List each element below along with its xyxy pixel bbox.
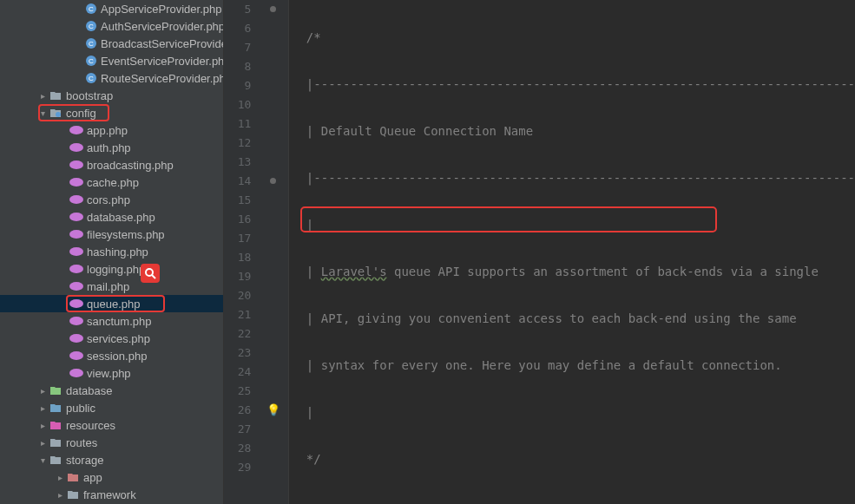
line-number: 25 (224, 382, 252, 401)
code-text: Laravel's (321, 265, 387, 278)
svg-point-24 (69, 351, 83, 360)
svg-point-17 (69, 230, 83, 239)
svg-text:C: C (89, 57, 94, 65)
php-class-icon: C (85, 71, 97, 85)
svg-line-27 (152, 275, 155, 278)
tree-folder-routes[interactable]: ▸routes (0, 434, 223, 451)
tree-folder-database[interactable]: ▸database (0, 382, 223, 399)
tree-file[interactable]: sanctum.php (0, 312, 223, 330)
tree-label: RouteServiceProvider.php (101, 72, 224, 85)
tree-file[interactable]: broadcasting.php (0, 156, 223, 173)
tree-folder-storage[interactable]: ▾storage (0, 451, 223, 468)
tree-file[interactable]: cors.php (0, 191, 223, 208)
line-number: 24 (224, 363, 252, 382)
svg-point-16 (69, 213, 83, 221)
tree-folder-bootstrap[interactable]: ▸bootstrap (0, 87, 223, 104)
code-text: | (306, 405, 313, 419)
tree-label: BroadcastServiceProvider.php (101, 37, 224, 50)
folder-icon (49, 401, 62, 415)
fold-marker-icon[interactable] (270, 178, 276, 184)
code-text: | Default Queue Connection Name (306, 124, 533, 138)
code-text: |---------------------------------------… (306, 77, 855, 91)
chevron-right-icon: ▸ (36, 386, 49, 396)
intention-bulb-icon[interactable]: 💡 (266, 403, 280, 416)
tree-folder-public[interactable]: ▸public (0, 399, 223, 416)
folder-icon (49, 453, 62, 467)
tree-file[interactable]: session.php (0, 347, 223, 364)
line-number: 12 (224, 134, 252, 153)
tree-file[interactable]: CEventServiceProvider.php (0, 52, 223, 69)
svg-point-10 (56, 112, 61, 117)
line-number: 6 (224, 19, 252, 38)
php-file-icon (69, 158, 83, 172)
tree-file[interactable]: queue.php (0, 295, 223, 312)
chevron-right-icon: ▸ (36, 421, 49, 430)
tree-folder-config[interactable]: ▾ config (0, 104, 223, 121)
file-tree-sidebar: CAppServiceProvider.php CAuthServiceProv… (0, 0, 224, 504)
tree-file[interactable]: app.php (0, 121, 223, 139)
magnifier-badge-icon (141, 264, 160, 283)
line-number: 15 (224, 191, 252, 210)
php-class-icon: C (85, 36, 97, 50)
code-text: queue API supports an assortment of back… (387, 265, 819, 278)
line-number: 18 (224, 248, 252, 267)
tree-label: mail.php (87, 280, 129, 293)
tree-label: public (66, 402, 95, 415)
tree-label: session.php (87, 350, 147, 363)
code-content[interactable]: /* |------------------------------------… (289, 0, 855, 504)
folder-icon (49, 88, 62, 102)
tree-label: framework (83, 488, 136, 501)
folder-icon (49, 383, 62, 397)
svg-point-18 (69, 247, 83, 256)
tree-label: app.php (87, 124, 128, 137)
tree-label: resources (66, 419, 115, 432)
chevron-down-icon: ▾ (36, 455, 49, 465)
line-number: 17 (224, 229, 252, 248)
line-number: 29 (224, 458, 252, 477)
tree-file[interactable]: filesystems.php (0, 226, 223, 243)
php-class-icon: C (85, 54, 97, 68)
tree-folder-storage-app[interactable]: ▸app (0, 468, 223, 486)
tree-folder-resources[interactable]: ▸resources (0, 416, 223, 434)
tree-file[interactable]: cache.php (0, 173, 223, 191)
tree-label: AppServiceProvider.php (101, 3, 221, 16)
tree-file[interactable]: CBroadcastServiceProvider.php (0, 35, 223, 52)
tree-label: services.php (87, 332, 150, 345)
line-number: 13 (224, 153, 252, 172)
php-file-icon (69, 175, 83, 189)
chevron-right-icon: ▸ (36, 438, 49, 448)
svg-point-26 (146, 269, 153, 276)
php-file-icon (69, 245, 83, 259)
tree-file[interactable]: logging.php (0, 260, 223, 278)
chevron-right-icon: ▸ (36, 91, 49, 101)
svg-point-25 (69, 369, 83, 377)
tree-label: broadcasting.php (87, 159, 174, 172)
tree-label: database.php (87, 211, 155, 224)
svg-point-22 (69, 317, 83, 325)
tree-label: cors.php (87, 193, 130, 206)
line-number: 10 (224, 95, 252, 115)
fold-marker-icon[interactable] (270, 6, 276, 12)
php-file-icon (69, 123, 83, 137)
php-file-icon (69, 141, 83, 154)
tree-file[interactable]: CAuthServiceProvider.php (0, 17, 223, 35)
tree-file[interactable]: CAppServiceProvider.php (0, 0, 223, 17)
tree-file[interactable]: CRouteServiceProvider.php (0, 69, 223, 87)
tree-file[interactable]: mail.php (0, 278, 223, 295)
tree-file[interactable]: auth.php (0, 139, 223, 156)
tree-label: hashing.php (87, 245, 148, 259)
svg-point-14 (69, 178, 83, 187)
line-number: 7 (224, 38, 252, 57)
line-number: 19 (224, 267, 252, 286)
code-editor[interactable]: 5678910111213141516171819202122232425262… (224, 0, 855, 504)
tree-file[interactable]: services.php (0, 330, 223, 347)
tree-file[interactable]: database.php (0, 208, 223, 226)
code-text: | (306, 218, 313, 232)
chevron-down-icon: ▾ (36, 108, 49, 118)
tree-label: database (66, 384, 113, 397)
tree-label: bootstrap (66, 89, 113, 102)
tree-file[interactable]: hashing.php (0, 243, 223, 260)
line-number: 20 (224, 286, 252, 305)
tree-file[interactable]: view.php (0, 364, 223, 382)
tree-folder-storage-framework[interactable]: ▸framework (0, 486, 223, 503)
